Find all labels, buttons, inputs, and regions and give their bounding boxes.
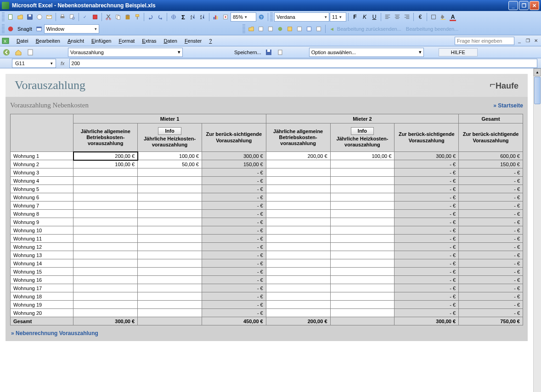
- underline-icon[interactable]: U: [370, 12, 379, 22]
- save-copy-icon[interactable]: [276, 48, 285, 57]
- cell-m2b[interactable]: [266, 177, 330, 185]
- cell-m2b[interactable]: [266, 218, 330, 226]
- autosum-icon[interactable]: Σ: [179, 12, 188, 22]
- cell-m1s[interactable]: - €: [202, 202, 266, 210]
- cell-m1h[interactable]: [138, 218, 202, 226]
- redo-icon[interactable]: [156, 12, 165, 22]
- cell-m1h[interactable]: [138, 193, 202, 202]
- cell-m1h[interactable]: [138, 235, 202, 243]
- italic-icon[interactable]: K: [360, 12, 369, 22]
- cell-m1h[interactable]: [138, 177, 202, 185]
- cell-g[interactable]: - €: [459, 168, 523, 177]
- cell-m1s[interactable]: - €: [202, 292, 266, 301]
- cell-m1b[interactable]: [73, 292, 138, 301]
- maximize-button[interactable]: ❐: [519, 1, 529, 10]
- close-button[interactable]: ✕: [530, 1, 539, 10]
- toolbar-grip[interactable]: [2, 12, 5, 22]
- align-left-icon[interactable]: [383, 12, 392, 22]
- cell-m1h[interactable]: [138, 251, 202, 259]
- cell-m1b[interactable]: 200,00 €: [73, 152, 138, 160]
- cell-g[interactable]: - €: [459, 301, 523, 309]
- section-combo[interactable]: Vorauszahlung▾: [68, 48, 183, 57]
- menu-datei[interactable]: Datei: [13, 37, 32, 45]
- new-icon[interactable]: [6, 12, 15, 22]
- cell-m1b[interactable]: [73, 243, 138, 251]
- toolbar-grip[interactable]: [242, 24, 245, 34]
- cell-g[interactable]: - €: [459, 193, 523, 202]
- tbx2-icon[interactable]: [266, 24, 275, 34]
- cell-m2b[interactable]: [266, 276, 330, 284]
- cell-m2s[interactable]: - €: [394, 284, 459, 292]
- fill-color-icon[interactable]: [439, 12, 448, 22]
- cell-m1s[interactable]: - €: [202, 243, 266, 251]
- menu-format[interactable]: Format: [115, 37, 138, 45]
- menu-?[interactable]: ?: [205, 37, 215, 45]
- cell-g[interactable]: - €: [459, 259, 523, 268]
- cell-m2b[interactable]: [266, 309, 330, 317]
- cell-m2b[interactable]: [266, 185, 330, 193]
- menu-bearbeiten[interactable]: Bearbeiten: [32, 37, 64, 45]
- cell-m1b[interactable]: [73, 268, 138, 276]
- cell-m2h[interactable]: [330, 160, 394, 168]
- spell-icon[interactable]: ✓: [81, 12, 90, 22]
- cell-m1h[interactable]: [138, 210, 202, 218]
- cell-m2b[interactable]: [266, 210, 330, 218]
- cell-m2b[interactable]: [266, 301, 330, 309]
- cell-m1h[interactable]: 100,00 €: [138, 152, 202, 160]
- tbx4-icon[interactable]: [285, 24, 294, 34]
- align-right-icon[interactable]: [402, 12, 411, 22]
- research-icon[interactable]: [90, 12, 100, 22]
- copy-icon[interactable]: [113, 12, 123, 22]
- cell-m2h[interactable]: [330, 309, 394, 317]
- cell-m2h[interactable]: [330, 276, 394, 284]
- cell-m1b[interactable]: [73, 251, 138, 259]
- menu-daten[interactable]: Daten: [160, 37, 181, 45]
- menu-ansicht[interactable]: Ansicht: [64, 37, 88, 45]
- cell-g[interactable]: - €: [459, 185, 523, 193]
- cell-m2s[interactable]: - €: [394, 168, 459, 177]
- cell-m2s[interactable]: - €: [394, 235, 459, 243]
- tbx6-icon[interactable]: [304, 24, 314, 34]
- cell-m1h[interactable]: [138, 268, 202, 276]
- cell-m2s[interactable]: 300,00 €: [394, 152, 459, 160]
- cell-m1s[interactable]: - €: [202, 259, 266, 268]
- review-end-link[interactable]: Bearbeitung beenden...: [406, 26, 458, 32]
- cell-m1b[interactable]: [73, 202, 138, 210]
- cell-m2h[interactable]: [330, 243, 394, 251]
- cell-m1h[interactable]: [138, 309, 202, 317]
- print-icon[interactable]: [58, 12, 67, 22]
- currency-icon[interactable]: €: [416, 12, 425, 22]
- menu-extras[interactable]: Extras: [138, 37, 160, 45]
- mail-icon[interactable]: [45, 12, 54, 22]
- nav-home-icon[interactable]: [14, 48, 23, 57]
- cell-m2h[interactable]: [330, 268, 394, 276]
- cell-m2b[interactable]: [266, 292, 330, 301]
- cell-m1s[interactable]: - €: [202, 218, 266, 226]
- cell-m2s[interactable]: - €: [394, 243, 459, 251]
- nav-doc-icon[interactable]: [26, 48, 35, 57]
- cell-m1b[interactable]: [73, 309, 138, 317]
- ask-input[interactable]: [455, 37, 514, 45]
- font-color-icon[interactable]: A: [448, 12, 457, 22]
- cell-m2s[interactable]: - €: [394, 160, 459, 168]
- worksheet-area[interactable]: Vorauszahlung ⌐Haufe Vorauszahlung Neben…: [0, 68, 533, 392]
- cell-m2s[interactable]: - €: [394, 259, 459, 268]
- cell-m1s[interactable]: - €: [202, 177, 266, 185]
- fx-icon[interactable]: fx: [61, 61, 65, 66]
- cell-m1b[interactable]: 100,00 €: [73, 160, 138, 168]
- cell-m2h[interactable]: [330, 301, 394, 309]
- print-preview-icon[interactable]: [68, 12, 77, 22]
- cell-m2h[interactable]: [330, 226, 394, 235]
- cell-m2h[interactable]: [330, 168, 394, 177]
- cell-m1s[interactable]: - €: [202, 251, 266, 259]
- cell-m2h[interactable]: [330, 185, 394, 193]
- help-button[interactable]: HILFE: [439, 48, 478, 56]
- cell-m1s[interactable]: - €: [202, 309, 266, 317]
- cell-m1b[interactable]: [73, 177, 138, 185]
- cell-g[interactable]: - €: [459, 243, 523, 251]
- cell-m1s[interactable]: - €: [202, 284, 266, 292]
- cell-m2b[interactable]: [266, 284, 330, 292]
- option-combo[interactable]: Option auswählen...▾: [309, 48, 424, 57]
- permission-icon[interactable]: [35, 12, 44, 22]
- cell-m1h[interactable]: [138, 284, 202, 292]
